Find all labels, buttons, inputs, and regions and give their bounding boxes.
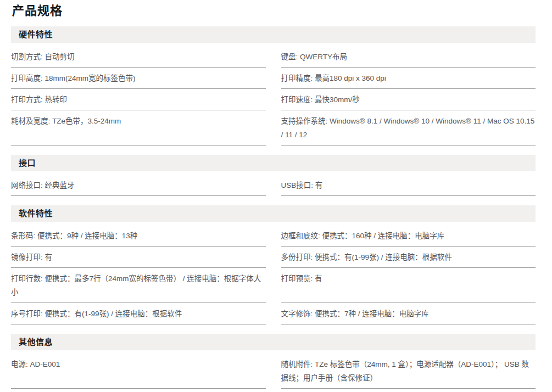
spec-cell-frames-shading: 边框和底纹: 便携式：160种 / 连接电脑：电脑字库 — [281, 225, 536, 247]
spec-cell-print-lines: 打印行数: 便携式：最多7行（24mm宽的标签色带） / 连接电脑：根据字体大小 — [11, 268, 266, 303]
spec-cell-supported-os: 支持操作系统: Windows® 8.1 / Windows® 10 / Win… — [281, 110, 536, 145]
spec-rows: 切割方式: 自动剪切 键盘: QWERTY布局 打印高度: 18mm(24mm宽… — [11, 46, 536, 145]
section-header: 硬件特性 — [11, 26, 536, 43]
spec-cell-power: 电源: AD-E001 — [11, 354, 266, 389]
spec-cell-usb-interface: USB接口: 有 — [281, 175, 536, 196]
spec-cell-text-decoration: 文字修饰: 便携式：7种 / 连接电脑：电脑字库 — [281, 303, 536, 324]
section-header: 接口 — [11, 155, 536, 171]
spec-cell-print-preview: 打印预览: 有 — [281, 268, 536, 303]
spec-cell-print-speed: 打印速度: 最快30mm/秒 — [281, 89, 536, 110]
spec-cell-supplies-width: 耗材及宽度: TZe色带，3.5-24mm — [11, 110, 266, 145]
spec-cell-blank — [281, 389, 536, 392]
spec-cell-print-height: 打印高度: 18mm(24mm宽的标签色带) — [11, 68, 266, 89]
section-other-info: 其他信息 电源: AD-E001 随机附件: TZe 标签色带（24mm, 1 … — [11, 334, 536, 392]
spec-cell-serial-print: 序号打印: 便携式：有(1-99张) / 连接电脑：根据软件 — [11, 303, 266, 324]
spec-cell-keyboard: 键盘: QWERTY布局 — [281, 46, 536, 68]
spec-cell-accessories: 随机附件: TZe 标签色带（24mm, 1 盒）；电源适配器（AD-E001）… — [281, 354, 536, 389]
spec-cell-print-method: 打印方式: 热转印 — [11, 89, 266, 110]
section-header: 软件特性 — [11, 205, 536, 222]
spec-cell-multi-copy: 多份打印: 便携式：有(1-99张) / 连接电脑：根据软件 — [281, 247, 536, 268]
spec-cell-cutting-method: 切割方式: 自动剪切 — [11, 46, 266, 68]
section-header: 其他信息 — [11, 334, 536, 350]
spec-rows: 条形码: 便携式：9种 / 连接电脑：13种 边框和底纹: 便携式：160种 /… — [11, 225, 536, 324]
spec-rows: 电源: AD-E001 随机附件: TZe 标签色带（24mm, 1 盒）；电源… — [11, 354, 536, 392]
spec-cell-barcode: 条形码: 便携式：9种 / 连接电脑：13种 — [11, 225, 266, 247]
spec-cell-print-resolution: 打印精度: 最高180 dpi x 360 dpi — [281, 68, 536, 89]
section-hardware-features: 硬件特性 切割方式: 自动剪切 键盘: QWERTY布局 打印高度: 18mm(… — [11, 26, 536, 145]
section-software-features: 软件特性 条形码: 便携式：9种 / 连接电脑：13种 边框和底纹: 便携式：1… — [11, 205, 536, 324]
spec-cell-network-interface: 网络接口: 经典蓝牙 — [11, 175, 266, 196]
product-spec-page: 产品规格 硬件特性 切割方式: 自动剪切 键盘: QWERTY布局 打印高度: … — [0, 0, 552, 392]
page-title: 产品规格 — [12, 3, 536, 19]
spec-rows: 网络接口: 经典蓝牙 USB接口: 有 — [11, 175, 536, 196]
section-interface: 接口 网络接口: 经典蓝牙 USB接口: 有 — [11, 155, 536, 196]
spec-cell-mirror-print: 镜像打印: 有 — [11, 247, 266, 268]
spec-cell-dimensions-weight: 尺寸/重量: 202mm×199mm×87mm / 990g（不含电池和色带） — [11, 389, 266, 392]
